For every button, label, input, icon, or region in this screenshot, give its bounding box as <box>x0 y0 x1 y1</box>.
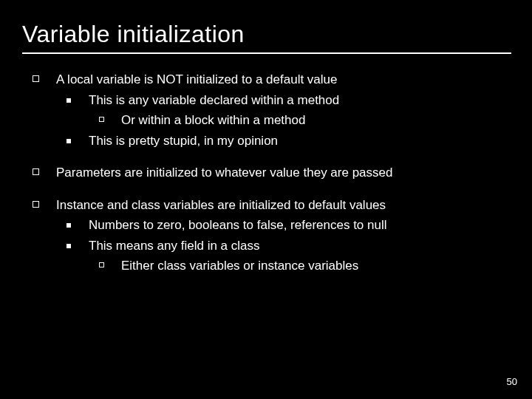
bullet-text: This is pretty stupid, in my opinion <box>89 134 278 148</box>
bullet-list-lvl3: Or within a block within a method <box>89 111 510 130</box>
list-item: This means any field in a class Either c… <box>56 236 510 276</box>
slide-body: A local variable is NOT initialized to a… <box>0 54 532 276</box>
list-item: Instance and class variables are initial… <box>22 196 510 276</box>
bullet-list-lvl2: This is any variable declared within a m… <box>56 91 510 151</box>
list-item: This is any variable declared within a m… <box>56 91 510 130</box>
bullet-text: Either class variables or instance varia… <box>121 259 358 273</box>
bullet-text: Or within a block within a method <box>121 113 305 127</box>
list-item: Or within a block within a method <box>89 111 510 130</box>
bullet-text: Numbers to zero, booleans to false, refe… <box>89 218 387 232</box>
page-number: 50 <box>507 376 517 387</box>
list-item: Parameters are initialized to whatever v… <box>22 163 510 183</box>
slide: Variable initialization A local variable… <box>0 0 532 399</box>
bullet-list-lvl3: Either class variables or instance varia… <box>89 256 510 276</box>
bullet-text: This means any field in a class <box>89 239 260 253</box>
bullet-text: Parameters are initialized to whatever v… <box>56 166 392 180</box>
list-item: Numbers to zero, booleans to false, refe… <box>56 216 510 235</box>
bullet-text: This is any variable declared within a m… <box>89 93 339 107</box>
list-item: Either class variables or instance varia… <box>89 256 510 276</box>
bullet-text: A local variable is NOT initialized to a… <box>56 72 338 86</box>
list-item: A local variable is NOT initialized to a… <box>22 70 510 150</box>
bullet-list-lvl2: Numbers to zero, booleans to false, refe… <box>56 216 510 276</box>
bullet-text: Instance and class variables are initial… <box>56 198 386 212</box>
bullet-list-lvl1: A local variable is NOT initialized to a… <box>22 70 510 276</box>
list-item: This is pretty stupid, in my opinion <box>56 132 510 151</box>
slide-title: Variable initialization <box>0 0 532 51</box>
